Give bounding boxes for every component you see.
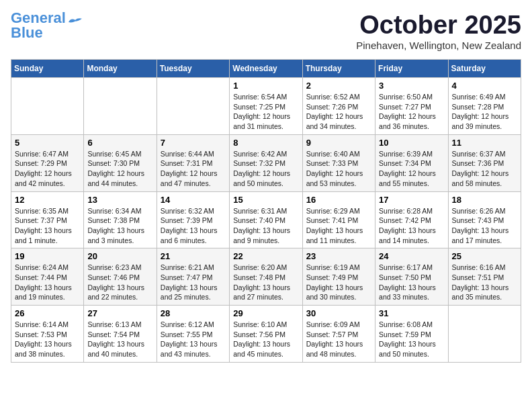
page-header: General Blue October 2025 Pinehaven, Wel…	[11, 11, 521, 51]
day-number: 22	[233, 251, 298, 261]
day-number: 7	[161, 138, 226, 148]
logo: General Blue	[11, 11, 82, 40]
day-number: 4	[452, 81, 517, 91]
calendar-cell	[448, 306, 521, 363]
day-info: Sunrise: 6:34 AM Sunset: 7:38 PM Dayligh…	[87, 206, 152, 246]
calendar-cell: 9Sunrise: 6:40 AM Sunset: 7:33 PM Daylig…	[302, 134, 375, 191]
calendar-cell: 5Sunrise: 6:47 AM Sunset: 7:29 PM Daylig…	[11, 134, 84, 191]
day-info: Sunrise: 6:45 AM Sunset: 7:30 PM Dayligh…	[87, 149, 152, 189]
calendar-cell: 13Sunrise: 6:34 AM Sunset: 7:38 PM Dayli…	[84, 191, 157, 248]
calendar-cell: 3Sunrise: 6:50 AM Sunset: 7:27 PM Daylig…	[375, 78, 448, 135]
day-number: 21	[161, 251, 226, 261]
day-number: 27	[87, 308, 152, 318]
day-number: 8	[233, 138, 298, 148]
day-number: 25	[452, 251, 517, 261]
week-row-3: 12Sunrise: 6:35 AM Sunset: 7:37 PM Dayli…	[11, 191, 521, 248]
calendar-cell: 7Sunrise: 6:44 AM Sunset: 7:31 PM Daylig…	[157, 134, 229, 191]
day-info: Sunrise: 6:28 AM Sunset: 7:42 PM Dayligh…	[379, 206, 444, 246]
day-info: Sunrise: 6:52 AM Sunset: 7:26 PM Dayligh…	[306, 92, 371, 132]
day-number: 1	[233, 81, 298, 91]
day-number: 14	[161, 195, 226, 205]
day-info: Sunrise: 6:35 AM Sunset: 7:37 PM Dayligh…	[15, 206, 80, 246]
day-number: 9	[306, 138, 371, 148]
week-row-2: 5Sunrise: 6:47 AM Sunset: 7:29 PM Daylig…	[11, 134, 521, 191]
calendar-cell: 19Sunrise: 6:24 AM Sunset: 7:44 PM Dayli…	[11, 248, 84, 306]
day-info: Sunrise: 6:40 AM Sunset: 7:33 PM Dayligh…	[306, 149, 371, 189]
day-header-tuesday: Tuesday	[157, 60, 229, 78]
day-info: Sunrise: 6:16 AM Sunset: 7:51 PM Dayligh…	[452, 263, 517, 302]
calendar-cell	[11, 78, 84, 135]
calendar-cell: 23Sunrise: 6:19 AM Sunset: 7:49 PM Dayli…	[302, 248, 375, 306]
calendar-cell: 21Sunrise: 6:21 AM Sunset: 7:47 PM Dayli…	[157, 248, 229, 306]
day-number: 18	[452, 195, 517, 205]
day-number: 29	[233, 308, 298, 318]
calendar-cell: 1Sunrise: 6:54 AM Sunset: 7:25 PM Daylig…	[230, 78, 302, 135]
calendar-table: SundayMondayTuesdayWednesdayThursdayFrid…	[11, 59, 521, 363]
day-header-saturday: Saturday	[448, 60, 521, 78]
day-info: Sunrise: 6:26 AM Sunset: 7:43 PM Dayligh…	[452, 206, 517, 246]
day-number: 5	[15, 138, 80, 148]
calendar-cell	[84, 78, 157, 135]
calendar-cell: 29Sunrise: 6:10 AM Sunset: 7:56 PM Dayli…	[230, 306, 302, 363]
week-row-5: 26Sunrise: 6:14 AM Sunset: 7:53 PM Dayli…	[11, 306, 521, 363]
calendar-cell: 22Sunrise: 6:20 AM Sunset: 7:48 PM Dayli…	[230, 248, 302, 306]
day-info: Sunrise: 6:42 AM Sunset: 7:32 PM Dayligh…	[233, 149, 298, 189]
logo-bird-icon	[69, 17, 82, 27]
calendar-cell: 20Sunrise: 6:23 AM Sunset: 7:46 PM Dayli…	[84, 248, 157, 306]
calendar-cell: 12Sunrise: 6:35 AM Sunset: 7:37 PM Dayli…	[11, 191, 84, 248]
day-header-monday: Monday	[84, 60, 157, 78]
calendar-cell: 17Sunrise: 6:28 AM Sunset: 7:42 PM Dayli…	[375, 191, 448, 248]
day-info: Sunrise: 6:50 AM Sunset: 7:27 PM Dayligh…	[379, 92, 444, 132]
day-info: Sunrise: 6:37 AM Sunset: 7:36 PM Dayligh…	[452, 149, 517, 189]
day-info: Sunrise: 6:29 AM Sunset: 7:41 PM Dayligh…	[306, 206, 371, 246]
calendar-cell: 10Sunrise: 6:39 AM Sunset: 7:34 PM Dayli…	[375, 134, 448, 191]
calendar-cell: 18Sunrise: 6:26 AM Sunset: 7:43 PM Dayli…	[448, 191, 521, 248]
title-block: October 2025 Pinehaven, Wellington, New …	[356, 11, 521, 51]
day-number: 13	[87, 195, 152, 205]
calendar-cell: 28Sunrise: 6:12 AM Sunset: 7:55 PM Dayli…	[157, 306, 229, 363]
calendar-cell	[157, 78, 229, 135]
day-info: Sunrise: 6:31 AM Sunset: 7:40 PM Dayligh…	[233, 206, 298, 246]
calendar-cell: 6Sunrise: 6:45 AM Sunset: 7:30 PM Daylig…	[84, 134, 157, 191]
month-title: October 2025	[356, 11, 521, 40]
day-info: Sunrise: 6:19 AM Sunset: 7:49 PM Dayligh…	[306, 263, 371, 302]
day-number: 17	[379, 195, 444, 205]
day-info: Sunrise: 6:12 AM Sunset: 7:55 PM Dayligh…	[161, 320, 226, 359]
day-number: 30	[306, 308, 371, 318]
calendar-cell: 30Sunrise: 6:09 AM Sunset: 7:57 PM Dayli…	[302, 306, 375, 363]
week-row-4: 19Sunrise: 6:24 AM Sunset: 7:44 PM Dayli…	[11, 248, 521, 306]
day-info: Sunrise: 6:47 AM Sunset: 7:29 PM Dayligh…	[15, 149, 80, 189]
calendar-cell: 15Sunrise: 6:31 AM Sunset: 7:40 PM Dayli…	[230, 191, 302, 248]
calendar-cell: 11Sunrise: 6:37 AM Sunset: 7:36 PM Dayli…	[448, 134, 521, 191]
day-header-sunday: Sunday	[11, 60, 84, 78]
day-header-thursday: Thursday	[302, 60, 375, 78]
day-number: 26	[15, 308, 80, 318]
calendar-cell: 24Sunrise: 6:17 AM Sunset: 7:50 PM Dayli…	[375, 248, 448, 306]
location-subtitle: Pinehaven, Wellington, New Zealand	[356, 40, 521, 51]
day-info: Sunrise: 6:09 AM Sunset: 7:57 PM Dayligh…	[306, 320, 371, 359]
day-number: 31	[379, 308, 444, 318]
day-number: 3	[379, 81, 444, 91]
day-info: Sunrise: 6:20 AM Sunset: 7:48 PM Dayligh…	[233, 263, 298, 302]
day-number: 23	[306, 251, 371, 261]
calendar-cell: 26Sunrise: 6:14 AM Sunset: 7:53 PM Dayli…	[11, 306, 84, 363]
day-number: 2	[306, 81, 371, 91]
day-info: Sunrise: 6:21 AM Sunset: 7:47 PM Dayligh…	[161, 263, 226, 302]
calendar-cell: 16Sunrise: 6:29 AM Sunset: 7:41 PM Dayli…	[302, 191, 375, 248]
day-info: Sunrise: 6:23 AM Sunset: 7:46 PM Dayligh…	[87, 263, 152, 302]
day-number: 10	[379, 138, 444, 148]
day-number: 15	[233, 195, 298, 205]
calendar-cell: 25Sunrise: 6:16 AM Sunset: 7:51 PM Dayli…	[448, 248, 521, 306]
logo-text: General Blue	[11, 11, 66, 40]
day-info: Sunrise: 6:08 AM Sunset: 7:59 PM Dayligh…	[379, 320, 444, 359]
calendar-cell: 14Sunrise: 6:32 AM Sunset: 7:39 PM Dayli…	[157, 191, 229, 248]
day-header-friday: Friday	[375, 60, 448, 78]
day-info: Sunrise: 6:39 AM Sunset: 7:34 PM Dayligh…	[379, 149, 444, 189]
day-info: Sunrise: 6:17 AM Sunset: 7:50 PM Dayligh…	[379, 263, 444, 302]
day-info: Sunrise: 6:14 AM Sunset: 7:53 PM Dayligh…	[15, 320, 80, 359]
day-info: Sunrise: 6:44 AM Sunset: 7:31 PM Dayligh…	[161, 149, 226, 189]
calendar-cell: 31Sunrise: 6:08 AM Sunset: 7:59 PM Dayli…	[375, 306, 448, 363]
day-number: 11	[452, 138, 517, 148]
day-number: 28	[161, 308, 226, 318]
calendar-cell: 27Sunrise: 6:13 AM Sunset: 7:54 PM Dayli…	[84, 306, 157, 363]
